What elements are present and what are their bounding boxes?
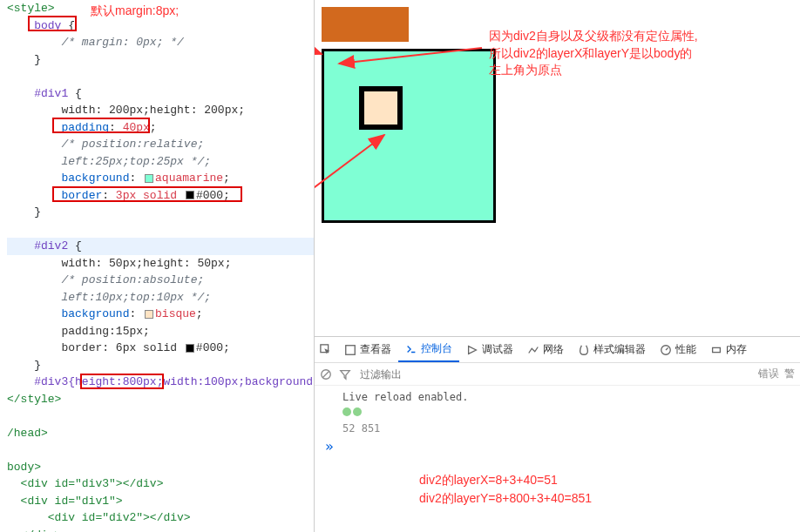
perf-icon <box>660 344 672 356</box>
error-filter-button[interactable]: 错误 <box>758 367 779 381</box>
clear-icon[interactable] <box>320 368 332 380</box>
inspector-icon <box>344 344 356 356</box>
div3-rule: #div3{height:800px;width:100px;backgroun… <box>34 375 313 388</box>
console-output: Live reload enabled. 52 851 » div2的layer… <box>315 386 800 532</box>
memory-icon <box>710 344 722 356</box>
tab-style[interactable]: 样式编辑器 <box>571 337 653 362</box>
network-icon <box>527 344 539 356</box>
tab-performance[interactable]: 性能 <box>653 337 703 362</box>
code-text: <style> <box>7 2 55 15</box>
tab-debugger[interactable]: 调试器 <box>459 337 520 362</box>
code-editor-pane: <style> body { /* margin: 0px; */ } #div… <box>0 0 314 532</box>
console-prompt[interactable]: » <box>322 436 793 456</box>
anno-calculation: div2的layerX=8+3+40=51 div2的layerY=8+800+… <box>419 471 592 508</box>
svg-line-10 <box>323 371 329 377</box>
debugger-icon <box>466 344 478 356</box>
svg-rect-8 <box>713 347 721 352</box>
warning-filter-button[interactable]: 警 <box>784 367 795 381</box>
tab-network[interactable]: 网络 <box>520 337 571 362</box>
console-filter-bar: 错误 警 <box>315 363 800 386</box>
tab-inspector[interactable]: 查看器 <box>337 337 398 362</box>
tab-console[interactable]: 控制台 <box>398 337 459 362</box>
style-icon <box>578 344 590 356</box>
div1-preview <box>322 49 496 223</box>
devtools-tabs: 查看器 控制台 调试器 网络 样式编辑器 <box>315 337 800 363</box>
console-loading-dots <box>322 405 793 421</box>
svg-line-7 <box>666 347 668 350</box>
div2-preview <box>359 86 403 130</box>
console-output-values: 52 851 <box>322 421 793 436</box>
filter-input[interactable] <box>358 367 751 381</box>
browser-preview-pane: 因为div2自身以及父级都没有定位属性, 所以div2的layerX和layer… <box>315 0 800 336</box>
console-icon <box>405 343 417 355</box>
console-log-line: Live reload enabled. <box>322 389 793 405</box>
tab-memory[interactable]: 内存 <box>703 337 754 362</box>
anno-explain: 因为div2自身以及父级都没有定位属性, 所以div2的layerX和layer… <box>489 28 698 79</box>
svg-rect-5 <box>346 345 356 354</box>
filter-icon <box>339 368 351 380</box>
anno-margin-default: 默认margin:8px; <box>91 3 179 19</box>
devtools-panel: 查看器 控制台 调试器 网络 样式编辑器 <box>315 336 800 532</box>
picker-icon <box>320 344 332 356</box>
div3-preview <box>322 7 409 42</box>
devtools-picker-button[interactable] <box>315 337 337 362</box>
